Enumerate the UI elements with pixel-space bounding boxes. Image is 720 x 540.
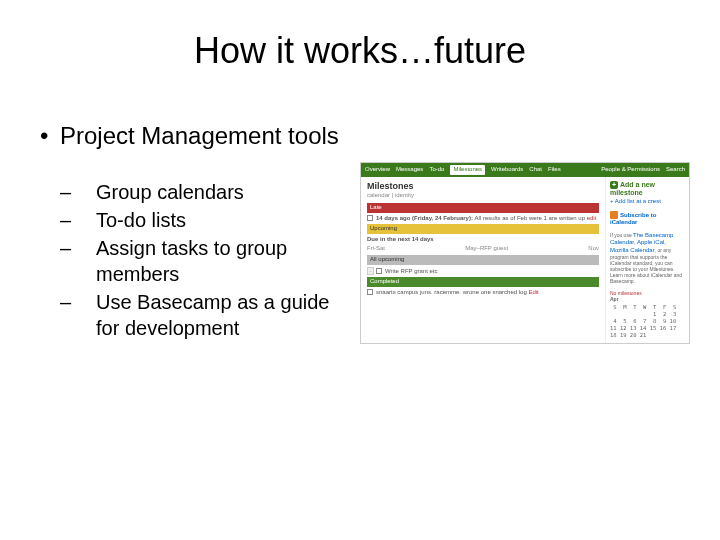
nav-item: Writeboards bbox=[491, 166, 523, 173]
nav-item: Messages bbox=[396, 166, 423, 173]
cal-grid: S M T W T F S 1 2 3 4 5 6 7 8 9 10 11 12… bbox=[610, 304, 685, 340]
thumb-body: Milestones calendar | identity Late 14 d… bbox=[361, 177, 689, 343]
due-row: Fri-Sat May–RFP guest Nov bbox=[367, 245, 599, 252]
late-line-text: All results as of Feb were 1 are written… bbox=[475, 215, 587, 221]
sub-bullet: –Group calendars bbox=[78, 179, 350, 205]
bullet-main-text: Project Management tools bbox=[60, 122, 339, 149]
mini-calendar: No milestones Apr S M T W T F S 1 2 3 4 … bbox=[610, 290, 685, 340]
nav-item-right: People & Permissions bbox=[601, 166, 660, 173]
due-row-mid: May–RFP guest bbox=[465, 245, 508, 252]
dash-icon: – bbox=[78, 289, 96, 315]
right-column: Overview Messages To-do Milestones Write… bbox=[360, 162, 690, 344]
edit-link: edit bbox=[587, 215, 597, 221]
milestones-subnav: calendar | identity bbox=[367, 192, 599, 199]
sub-bullet-text: To-do lists bbox=[96, 209, 186, 231]
slide-title: How it works…future bbox=[30, 30, 690, 72]
upcoming-item: · Write RFP grant etc bbox=[367, 267, 599, 275]
dash-icon: – bbox=[78, 179, 96, 205]
ical-icon bbox=[610, 211, 618, 219]
sub-bullet: –Use Basecamp as a guide for development bbox=[78, 289, 350, 341]
content-row: •Project Management tools –Group calenda… bbox=[30, 122, 690, 344]
nav-item-active: Milestones bbox=[450, 165, 485, 174]
edit-link: Edit bbox=[528, 289, 538, 295]
date-pill: · bbox=[367, 267, 374, 275]
milestones-heading: Milestones bbox=[367, 181, 599, 192]
plus-icon: + bbox=[610, 181, 618, 189]
app-navbar: Overview Messages To-do Milestones Write… bbox=[361, 163, 689, 177]
due-row-left: Fri-Sat bbox=[367, 245, 385, 252]
late-line: 14 days ago (Friday, 24 February): All r… bbox=[367, 215, 599, 222]
sub-bullet: –Assign tasks to group members bbox=[78, 235, 350, 287]
ical-blurb: If you use The Basecamp Calendar, Apple … bbox=[610, 232, 685, 284]
sub-bullet-text: Group calendars bbox=[96, 181, 244, 203]
late-line-prefix: 14 days ago (Friday, 24 February): bbox=[376, 215, 475, 221]
due-label: Due in the next 14 days bbox=[367, 236, 599, 243]
cal-month: Apr bbox=[610, 296, 619, 302]
dash-icon: – bbox=[78, 207, 96, 233]
due-row-right: Nov bbox=[588, 245, 599, 252]
bullet-dot-icon: • bbox=[40, 122, 60, 151]
nav-item: Overview bbox=[365, 166, 390, 173]
completed-item: snaarts campus juns. racemme. wrone one … bbox=[367, 289, 599, 296]
completed-bar: Completed bbox=[367, 277, 599, 287]
upcoming-bar: Upcoming bbox=[367, 224, 599, 234]
nav-item-right: Search bbox=[666, 166, 685, 173]
sub-bullet-text: Use Basecamp as a guide for development bbox=[96, 291, 329, 339]
basecamp-screenshot: Overview Messages To-do Milestones Write… bbox=[360, 162, 690, 344]
checkbox-icon bbox=[367, 289, 373, 295]
checkbox-icon bbox=[376, 268, 382, 274]
dash-icon: – bbox=[78, 235, 96, 261]
slide: How it works…future •Project Management … bbox=[0, 0, 720, 540]
nav-item: Chat bbox=[529, 166, 542, 173]
sub-bullet: –To-do lists bbox=[78, 207, 350, 233]
main-column: Milestones calendar | identity Late 14 d… bbox=[361, 177, 605, 343]
add-milestone: +Add a new milestone bbox=[610, 181, 685, 198]
late-bar: Late bbox=[367, 203, 599, 213]
add-list-link: + Add list at a crest bbox=[610, 198, 685, 205]
allupcoming-bar: All upcoming bbox=[367, 255, 599, 265]
side-column: +Add a new milestone + Add list at a cre… bbox=[605, 177, 689, 343]
left-column: •Project Management tools –Group calenda… bbox=[30, 122, 350, 343]
nav-item: To-do bbox=[429, 166, 444, 173]
checkbox-icon bbox=[367, 215, 373, 221]
sub-bullet-list: –Group calendars –To-do lists –Assign ta… bbox=[78, 179, 350, 341]
subscribe-ical: Subscribe to iCalendar bbox=[610, 211, 685, 226]
sub-bullet-text: Assign tasks to group members bbox=[96, 237, 287, 285]
nav-item: Files bbox=[548, 166, 561, 173]
bullet-main: •Project Management tools bbox=[40, 122, 350, 151]
